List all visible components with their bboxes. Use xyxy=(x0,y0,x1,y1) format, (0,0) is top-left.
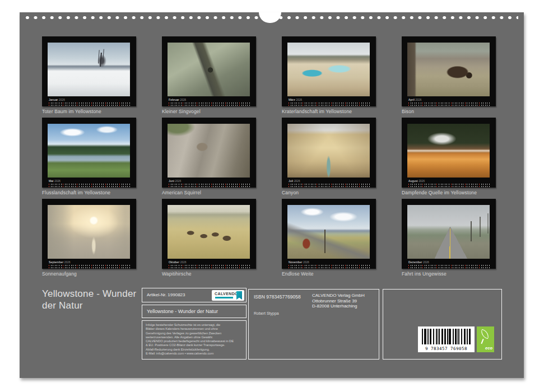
photo-october xyxy=(168,205,250,259)
title-box: Yellowstone - Wunder der Natur xyxy=(142,305,247,318)
day-strip xyxy=(169,102,251,106)
month-year: 2026 xyxy=(296,99,303,101)
ean-barcode: 9 783457 769058 xyxy=(418,326,475,352)
calendar-frame: Januar 2026 xyxy=(42,36,136,106)
photo-caption: Endlose Weite xyxy=(282,271,376,277)
photo-june xyxy=(168,124,250,178)
photo-march xyxy=(287,43,370,96)
day-strip xyxy=(169,184,251,188)
calendar-frame: Juni 2026 xyxy=(162,118,256,188)
article-number-box: Artikel-Nr. 1990823 CALVENDO xyxy=(142,288,247,302)
photo-april xyxy=(407,43,490,96)
calvendo-logo-tagline-bar xyxy=(215,297,233,298)
day-strip xyxy=(49,102,131,106)
photo-september xyxy=(48,205,130,259)
calendar-page-november: November 2026 Endlose Weite xyxy=(282,199,376,277)
calendar-title-line1: Yellowstone - Wunder xyxy=(42,288,136,300)
calendar-frame: Juli 2026 xyxy=(282,118,376,188)
calendar-page-january: Januar 2026 Toter Baum im Yellowstone xyxy=(42,36,136,115)
calendar-title: Yellowstone - Wunder der Natur xyxy=(42,288,136,311)
month-label: April 2026 xyxy=(408,98,421,101)
calvendo-logo-text: CALVENDO xyxy=(215,292,238,296)
month-label: Oktober 2026 xyxy=(169,260,187,264)
month-name: Dezember xyxy=(408,260,422,264)
month-label: Mai 2026 xyxy=(49,179,61,183)
month-name: Mai xyxy=(49,179,54,183)
day-strip xyxy=(408,184,491,188)
month-label: September 2026 xyxy=(49,260,71,264)
photo-caption: Kleiner Singvogel xyxy=(162,109,256,115)
month-label: Dezember 2026 xyxy=(408,260,429,264)
month-year: 2026 xyxy=(294,180,300,183)
month-year: 2026 xyxy=(59,99,65,101)
photo-caption: Wapitihirsche xyxy=(162,271,256,277)
calvendo-flag-icon xyxy=(236,291,242,300)
photo-may xyxy=(48,124,130,178)
month-year: 2026 xyxy=(64,261,71,264)
photo-july xyxy=(287,124,370,178)
eco-badge: eco xyxy=(477,326,494,352)
month-name: Juni xyxy=(169,179,174,183)
calendar-frame: August 2026 xyxy=(402,118,496,188)
day-strip xyxy=(49,265,131,269)
calendar-page-may: Mai 2026 Flusslandschaft im Yellowstone xyxy=(42,118,136,196)
month-year: 2026 xyxy=(175,180,182,183)
photo-december xyxy=(407,205,490,259)
legal-text: Infolge bestehender Schutzrechte ist es … xyxy=(146,323,234,356)
month-name: Januar xyxy=(49,98,58,101)
month-label: Juli 2026 xyxy=(289,179,300,183)
calvendo-logo: CALVENDO xyxy=(212,290,244,301)
photo-november xyxy=(287,205,370,259)
calendar-page-july: Juli 2026 Canyon xyxy=(282,118,376,196)
photo-caption: Sonnenaufgang xyxy=(42,271,136,277)
month-name: August xyxy=(408,179,418,183)
calendar-page-december: Dezember 2026 Fahrt ins Ungewisse xyxy=(402,199,496,277)
photo-caption: Bison xyxy=(402,109,496,115)
barcode-bars xyxy=(422,329,471,344)
month-label: Januar 2026 xyxy=(49,98,65,101)
article-number: Artikel-Nr. 1990823 xyxy=(147,292,185,297)
legal-text-box: Infolge bestehender Schutzrechte ist es … xyxy=(142,320,247,360)
month-label: Juni 2026 xyxy=(169,179,181,183)
calendar-title-line2: der Natur xyxy=(42,300,136,311)
calendar-page-april: April 2026 Bison xyxy=(402,36,496,115)
month-name: März xyxy=(289,98,295,101)
photo-february xyxy=(168,43,250,96)
barcode-box: 9 783457 769058 eco xyxy=(383,289,502,360)
publisher-address: CALVENDO Verlag GmbH Ottobrunner Straße … xyxy=(312,293,365,309)
month-year: 2026 xyxy=(423,261,429,264)
hanger-notch xyxy=(259,12,281,23)
calendar-frame: November 2026 xyxy=(282,199,376,269)
month-name: April xyxy=(408,98,415,101)
title-box-text: Yellowstone - Wunder der Natur xyxy=(147,309,218,314)
month-label: März 2026 xyxy=(289,98,302,101)
month-name: November xyxy=(289,260,303,264)
leaf-stem-icon xyxy=(481,339,483,344)
isbn-number: ISBN 9783457769058 xyxy=(254,294,301,300)
calendar-frame: September 2026 xyxy=(42,199,136,269)
month-year: 2026 xyxy=(54,180,61,183)
month-year: 2026 xyxy=(419,180,425,183)
author-name: Robert Styppa xyxy=(254,311,279,315)
calendar-page-august: August 2026 Dampfende Quelle im Yellowst… xyxy=(402,118,496,196)
month-year: 2026 xyxy=(303,261,309,264)
calendar-page-june: Juni 2026 American Squirrel xyxy=(162,118,256,196)
photo-caption: Toter Baum im Yellowstone xyxy=(42,109,136,115)
photo-caption: Dampfende Quelle im Yellowstone xyxy=(402,190,496,196)
barcode-digits: 9 783457 769058 xyxy=(418,346,475,351)
photo-caption: Fahrt ins Ungewisse xyxy=(402,271,496,277)
calendar-frame: Oktober 2026 xyxy=(162,199,256,269)
photo-caption: Flusslandschaft im Yellowstone xyxy=(42,190,136,196)
day-strip xyxy=(49,184,131,188)
month-thumbnail-grid: Januar 2026 Toter Baum im Yellowstone Fe… xyxy=(42,36,496,277)
photo-caption: American Squirrel xyxy=(162,190,256,196)
calendar-frame: März 2026 xyxy=(282,36,376,106)
day-strip xyxy=(408,265,491,269)
month-year: 2026 xyxy=(416,99,422,101)
day-strip xyxy=(289,184,371,188)
month-label: August 2026 xyxy=(408,179,425,183)
calendar-page-march: März 2026 Kraterlandschaft im Yellowston… xyxy=(282,36,376,115)
photo-august xyxy=(407,124,490,178)
photo-january xyxy=(48,43,130,96)
photo-caption: Canyon xyxy=(282,190,376,196)
